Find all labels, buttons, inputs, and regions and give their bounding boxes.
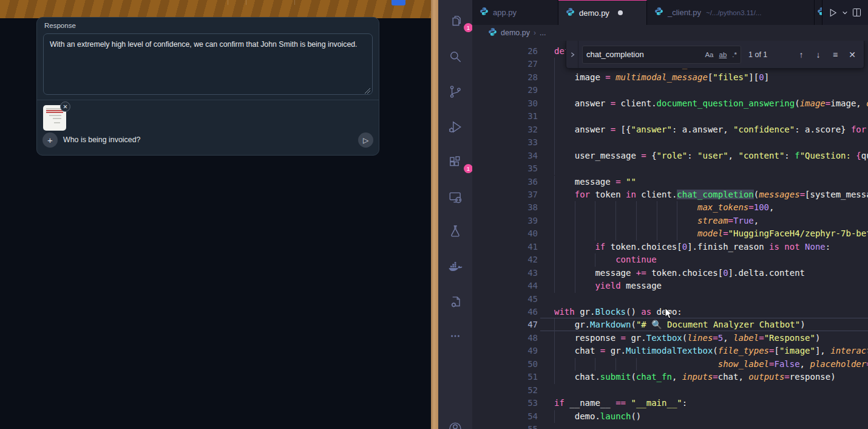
code-editor[interactable]: 26def chat_fn(multimodal_message):27 que… [472,41,868,429]
browser-window: Response With an extremely high level of… [0,0,431,429]
find-input[interactable]: chat_completion Aa ab .* [582,46,741,64]
code-line-41[interactable]: 41 if token.choices[0].finish_reason is … [472,241,868,253]
code-line-29[interactable]: 29 [472,84,868,97]
remote-explorer-icon[interactable] [447,190,463,205]
whole-word-icon[interactable]: ab [719,51,727,58]
code-text [554,423,868,429]
find-in-selection-icon[interactable]: ≡ [827,47,843,63]
breadcrumb-more[interactable]: ... [540,29,546,37]
regex-icon[interactable]: .* [732,51,737,58]
code-line-49[interactable]: 49 chat = gr.MultimodalTextbox(file_type… [472,345,868,357]
code-line-48[interactable]: 48 response = gr.Textbox(lines=5, label=… [472,332,868,345]
code-line-38[interactable]: 38 max_tokens=100, [472,201,868,214]
close-icon: ✕ [63,103,68,110]
tab-_client.py[interactable]: _client.py~/.../python3.11/... [647,0,815,25]
testing-icon[interactable] [447,224,463,239]
code-text [554,293,868,306]
code-text: if __name__ == "__main__": [554,397,868,410]
thumb-detail [53,118,61,119]
tools-file-icon[interactable] [447,294,463,310]
account-icon[interactable] [447,420,463,429]
line-number: 32 [472,123,538,136]
chat-input-text[interactable]: Who is being invoiced? [63,136,140,144]
line-number: 44 [472,280,538,292]
send-button[interactable]: ▷ [358,132,373,148]
tab-label: _client.py [668,8,701,17]
modified-dot-icon [618,10,623,15]
line-number: 54 [472,410,538,423]
code-line-44[interactable]: 44 yield message [472,280,868,292]
code-line-32[interactable]: 32 answer = [{"answer": a.answer, "confi… [472,123,868,136]
code-line-43[interactable]: 43 message += token.choices[0].delta.con… [472,267,868,280]
line-number: 47 [472,318,538,331]
tab-demo.py[interactable]: demo.py [558,0,647,25]
code-line-34[interactable]: 34 user_message = {"role": "user", "cont… [472,149,868,162]
code-line-37[interactable]: 37 for token in client.chat_completion(m… [472,188,868,201]
line-number: 28 [472,71,538,84]
code-line-54[interactable]: 54 demo.launch() [472,410,868,423]
code-line-45[interactable]: 45 [472,293,868,306]
split-editor-icon[interactable] [852,7,862,18]
editor-actions [822,0,868,25]
vscode-window: 11 app.pydemo.py_client.py~/.../python3.… [438,0,868,429]
code-line-35[interactable]: 35 [472,162,868,175]
line-number: 46 [472,306,538,318]
code-line-55[interactable]: 55 [472,423,868,429]
textarea-resize-handle[interactable] [365,88,370,94]
code-text: user_message = {"role": "user", "content… [554,149,868,162]
find-close-icon[interactable]: ✕ [844,47,860,63]
browser-titlebar[interactable] [0,0,431,18]
remove-image-button[interactable]: ✕ [60,101,70,112]
run-python-file-icon[interactable] [827,7,838,18]
plus-icon: + [47,135,53,145]
code-text [554,110,868,123]
line-number: 50 [472,358,538,371]
code-line-51[interactable]: 51 chat.submit(chat_fn, inputs=chat, out… [472,371,868,383]
match-case-icon[interactable]: Aa [705,51,713,58]
code-text: chat.submit(chat_fn, inputs=chat, output… [554,371,868,383]
line-number: 38 [472,201,538,214]
code-line-31[interactable]: 31 [472,110,868,123]
more-icon[interactable] [447,328,463,344]
line-number: 39 [472,214,538,227]
tab-partially-hidden[interactable] [815,0,822,25]
code-line-30[interactable]: 30 answer = client.document_question_ans… [472,97,868,110]
code-line-50[interactable]: 50 show_label=False, placeholder= [472,358,868,371]
code-text [554,84,868,97]
find-toggle-replace[interactable] [566,41,578,68]
run-dropdown-chevron-icon[interactable] [842,10,848,16]
add-file-button[interactable]: + [42,132,58,148]
docker-icon[interactable] [447,259,463,275]
tab-app.py[interactable]: app.py [472,0,558,25]
source-control-icon[interactable] [447,84,463,100]
code-line-33[interactable]: 33 [472,136,868,149]
tab-label: demo.py [579,9,609,18]
explorer-icon[interactable]: 1 [447,13,463,29]
python-file-icon [817,7,822,18]
activity-badge: 1 [464,164,472,173]
run-debug-icon[interactable] [447,119,463,135]
breadcrumb[interactable]: demo.py › ... [472,25,868,41]
window-divider-strip[interactable] [431,0,438,429]
code-line-42[interactable]: 42 continue [472,253,868,266]
extensions-icon[interactable]: 1 [447,154,463,170]
send-icon: ▷ [363,136,368,145]
line-number: 55 [472,423,538,429]
code-line-36[interactable]: 36 message = "" [472,176,868,188]
code-line-52[interactable]: 52 [472,384,868,397]
breadcrumb-file[interactable]: demo.py [501,29,530,37]
search-icon[interactable] [447,49,463,64]
code-line-28[interactable]: 28 image = multimodal_message["files"][0… [472,71,868,84]
find-next-icon[interactable]: ↓ [810,47,826,63]
code-text: answer = client.document_question_answer… [554,97,868,110]
code-line-53[interactable]: 53if __name__ == "__main__": [472,397,868,410]
response-textarea[interactable]: With an extremely high level of confiden… [43,33,373,95]
browser-toolbar-button[interactable] [392,0,405,5]
line-number: 27 [472,58,538,70]
line-number: 53 [472,397,538,410]
find-previous-icon[interactable]: ↑ [793,47,809,63]
code-line-40[interactable]: 40 model="HuggingFaceH4/zephyr-7b-beta")… [472,227,868,240]
code-line-39[interactable]: 39 stream=True, [472,214,868,227]
line-number: 42 [472,253,538,266]
find-query-text[interactable]: chat_completion [586,50,699,59]
